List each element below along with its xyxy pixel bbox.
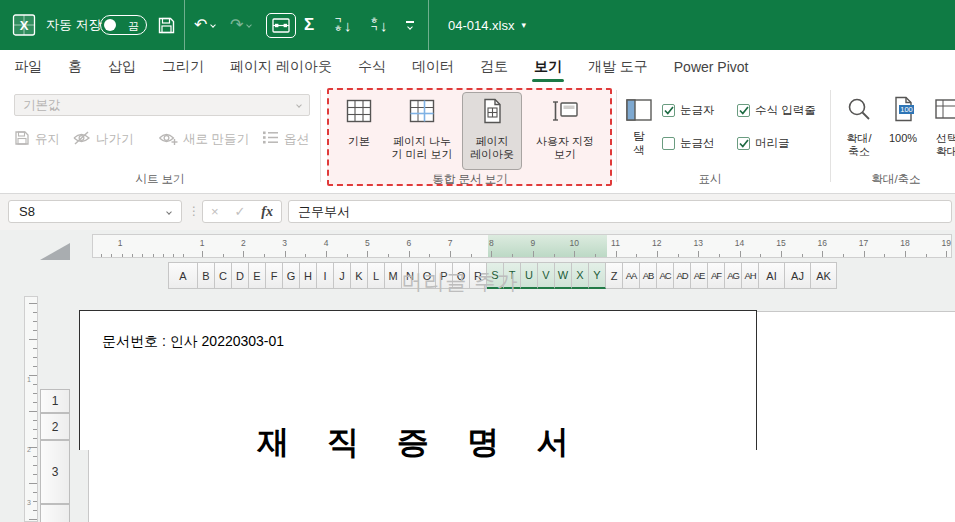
redo-button-disabled: ↷ (230, 0, 251, 50)
tab-개발 도구[interactable]: 개발 도구 (588, 50, 648, 84)
column-header-E[interactable]: E (249, 262, 266, 289)
checkbox-머리글[interactable]: 머리글 (737, 136, 790, 151)
column-header-AC[interactable]: AC (657, 262, 674, 289)
ruler-tick (33, 492, 37, 493)
view-button-custom-views[interactable]: 사용자 지정 보기 (524, 92, 606, 170)
column-header-J[interactable]: J (334, 262, 351, 289)
save-button[interactable] (157, 0, 176, 50)
group-label-sheet-view: 시트 보기 (60, 172, 260, 187)
tab-데이터[interactable]: 데이터 (412, 50, 454, 84)
ruler-number: 1 (27, 376, 31, 383)
row-header-2[interactable]: 2 (40, 413, 70, 440)
ruler-tick (33, 474, 37, 475)
ruler-tick (173, 254, 174, 257)
view-button-normal-view[interactable]: 기본 (336, 92, 382, 170)
column-header-AH[interactable]: AH (742, 262, 759, 289)
excel-app-icon[interactable]: X (12, 0, 36, 50)
column-header-A[interactable]: A (168, 262, 198, 289)
navigation-button[interactable]: 탐 색 (622, 92, 656, 170)
navigation-pane-icon (625, 96, 653, 124)
name-box[interactable]: S8 (8, 200, 182, 223)
save-icon (157, 16, 176, 35)
checkbox-눈금자[interactable]: 눈금자 (662, 103, 715, 118)
tab-Power Pivot[interactable]: Power Pivot (674, 50, 749, 84)
autosum-button[interactable]: Σ (304, 0, 314, 50)
checkbox-box (737, 104, 750, 117)
ruler-tick (29, 339, 37, 340)
ruler-tick (905, 251, 906, 257)
insert-function-button[interactable]: fx (261, 204, 273, 220)
column-header-AD[interactable]: AD (674, 262, 691, 289)
tab-수식[interactable]: 수식 (358, 50, 386, 84)
column-header-Z[interactable]: Z (606, 262, 623, 289)
merge-cells-icon (266, 13, 296, 38)
sort-descending-button[interactable]: ㅎ ㄱ ↓ (370, 0, 388, 50)
column-header-D[interactable]: D (232, 262, 249, 289)
column-header-AJ[interactable]: AJ (785, 262, 811, 289)
column-header-AK[interactable]: AK (811, 262, 837, 289)
tab-삽입[interactable]: 삽입 (108, 50, 136, 84)
customize-qat-button[interactable] (406, 0, 414, 50)
formula-input[interactable]: 근무부서 (288, 200, 952, 223)
column-header-Y[interactable]: Y (589, 262, 606, 289)
column-header-H[interactable]: H (300, 262, 317, 289)
column-header-G[interactable]: G (283, 262, 300, 289)
enter-button[interactable]: ✓ (235, 204, 246, 219)
column-header-F[interactable]: F (266, 262, 283, 289)
column-header-AF[interactable]: AF (708, 262, 725, 289)
column-header-B[interactable]: B (198, 262, 215, 289)
title-caret-icon: ▾ (521, 20, 526, 30)
column-header-AA[interactable]: AA (623, 262, 640, 289)
column-header-AB[interactable]: AB (640, 262, 657, 289)
qat-separator-2 (428, 0, 429, 50)
autosave-toggle[interactable]: 끔 (100, 0, 147, 50)
tab-페이지 레이아웃[interactable]: 페이지 레이아웃 (230, 50, 332, 84)
column-header-AE[interactable]: AE (691, 262, 708, 289)
tab-검토[interactable]: 검토 (480, 50, 508, 84)
column-header-AI[interactable]: AI (759, 262, 785, 289)
checkbox-수식 입력줄[interactable]: 수식 입력줄 (737, 103, 816, 118)
ruler-number: 15 (776, 238, 785, 248)
options-list-icon (262, 130, 279, 148)
ruler-tick (33, 420, 37, 421)
ruler-tick (595, 254, 596, 258)
column-header-AG[interactable]: AG (725, 262, 742, 289)
column-header-I[interactable]: I (317, 262, 334, 289)
window-title[interactable]: 04-014.xlsx ▾ (448, 0, 526, 50)
ruler-tick (33, 321, 37, 322)
redo-icon: ↷ (230, 17, 243, 33)
zoom-button-2[interactable]: 100100% (882, 92, 924, 145)
add-header-placeholder[interactable]: 머리글 추가 (350, 268, 570, 296)
column-header-X[interactable]: X (572, 262, 589, 289)
qat-highlighted-command-button[interactable] (266, 0, 296, 50)
cancel-button[interactable]: × (211, 204, 219, 219)
ruler-tick (153, 254, 154, 257)
sort-ascending-button[interactable]: ㄱ ㅎ ↓ (334, 0, 352, 50)
button-label: 유지 (35, 131, 60, 148)
formula-bar-drag-dots[interactable]: ⋮ (188, 204, 200, 218)
sheet-view-dropdown[interactable]: 기본값 (14, 94, 310, 116)
zoom-button-3[interactable]: 선택 확대 (926, 92, 955, 158)
worksheet-area: 112345678910111213141516171819 123 ABCDE… (0, 230, 955, 522)
row-header-partial[interactable] (40, 504, 70, 522)
autosave-label: 자동 저장 (46, 0, 102, 50)
view-button-page-layout[interactable]: 페이지 레이아웃 (462, 92, 522, 170)
ruler-tick (781, 251, 782, 257)
tab-보기[interactable]: 보기 (534, 50, 562, 84)
tab-홈[interactable]: 홈 (68, 50, 82, 84)
checkbox-눈금선[interactable]: 눈금선 (662, 136, 715, 151)
ruler-tick (367, 251, 368, 257)
ruler-number: 2 (241, 238, 246, 248)
ruler-tick (760, 254, 761, 258)
tab-파일[interactable]: 파일 (14, 50, 42, 84)
checkbox-label: 눈금자 (680, 103, 715, 118)
column-header-C[interactable]: C (215, 262, 232, 289)
zoom-button-1[interactable]: 확대/ 축소 (838, 92, 880, 158)
undo-button[interactable]: ↶ (194, 0, 215, 50)
ruler-tick (223, 254, 224, 258)
tab-그리기[interactable]: 그리기 (162, 50, 204, 84)
row-header-1[interactable]: 1 (40, 389, 70, 413)
ruler-tick (491, 251, 492, 257)
row-header-3[interactable]: 3 (40, 440, 70, 504)
view-button-page-break-preview[interactable]: 페이지 나누 기 미리 보기 (384, 92, 460, 170)
